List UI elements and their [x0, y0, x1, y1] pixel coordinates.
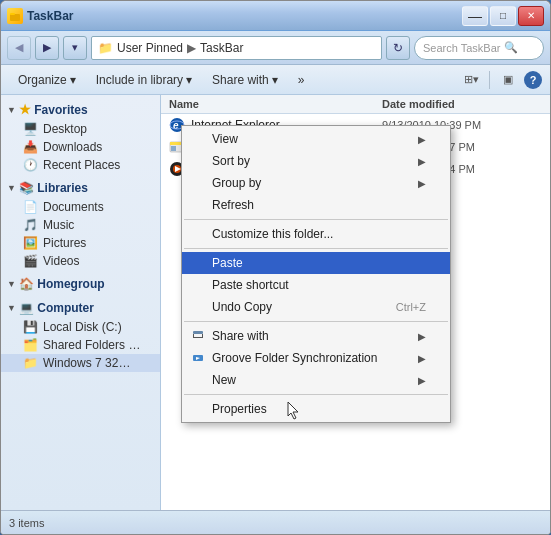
ctx-groove-arrow-icon: ▶ — [418, 353, 426, 364]
libraries-header[interactable]: ▼ 📚 Libraries — [1, 178, 160, 198]
libraries-section: ▼ 📚 Libraries 📄 Documents 🎵 Music 🖼️ Pic… — [1, 178, 160, 270]
ctx-item-paste-shortcut[interactable]: Paste shortcut — [182, 274, 450, 296]
computer-chevron-icon: ▼ — [7, 303, 16, 313]
ctx-item-view[interactable]: View ▶ — [182, 128, 450, 150]
ctx-item-undo-copy[interactable]: Undo Copy Ctrl+Z — [182, 296, 450, 318]
toolbar-right: ⊞▾ ▣ ? — [459, 68, 542, 92]
computer-icon: 💻 — [19, 301, 34, 315]
ctx-item-properties[interactable]: Properties — [182, 398, 450, 420]
ctx-item-sort-by[interactable]: Sort by ▶ — [182, 150, 450, 172]
sidebar-downloads-label: Downloads — [43, 140, 102, 154]
favorites-header[interactable]: ▼ ★ Favorites — [1, 99, 160, 120]
ctx-undo-copy-label: Undo Copy — [212, 300, 272, 314]
music-icon: 🎵 — [23, 218, 38, 232]
homegroup-section: ▼ 🏠 Homegroup — [1, 274, 160, 294]
sidebar-item-recent-places[interactable]: 🕐 Recent Places — [1, 156, 160, 174]
favorites-chevron-icon: ▼ — [7, 105, 16, 115]
homegroup-label: Homegroup — [37, 277, 104, 291]
dropdown-button[interactable]: ▾ — [63, 36, 87, 60]
svg-rect-12 — [193, 334, 194, 338]
ctx-new-label: New — [212, 373, 236, 387]
sidebar-win7-label: Windows 7 32-bit Share — [43, 356, 133, 370]
search-icon: 🔍 — [504, 41, 518, 54]
search-box[interactable]: Search TaskBar 🔍 — [414, 36, 544, 60]
ctx-properties-label: Properties — [212, 402, 267, 416]
include-library-button[interactable]: Include in library ▾ — [87, 68, 201, 92]
ctx-group-label: Group by — [212, 176, 261, 190]
videos-icon: 🎬 — [23, 254, 38, 268]
context-menu: View ▶ Sort by ▶ Group by ▶ Refresh Cust… — [181, 125, 451, 423]
sidebar-item-desktop[interactable]: 🖥️ Desktop — [1, 120, 160, 138]
libraries-label: Libraries — [37, 181, 88, 195]
ctx-group-arrow-icon: ▶ — [418, 178, 426, 189]
sidebar-item-pictures[interactable]: 🖼️ Pictures — [1, 234, 160, 252]
organize-button[interactable]: Organize ▾ — [9, 68, 85, 92]
ctx-item-new[interactable]: New ▶ — [182, 369, 450, 391]
more-button[interactable]: » — [289, 68, 314, 92]
organize-label: Organize — [18, 73, 67, 87]
sidebar-desktop-label: Desktop — [43, 122, 87, 136]
minimize-button[interactable]: — — [462, 6, 488, 26]
include-library-chevron-icon: ▾ — [186, 73, 192, 87]
file-list: Name Date modified e Internet Explorer 9… — [161, 95, 550, 510]
win7-folder-icon: 📁 — [23, 356, 38, 370]
sidebar-item-documents[interactable]: 📄 Documents — [1, 198, 160, 216]
favorites-label: Favorites — [34, 103, 87, 117]
status-item-count: 3 items — [9, 517, 542, 529]
maximize-button[interactable]: □ — [490, 6, 516, 26]
ctx-paste-shortcut-label: Paste shortcut — [212, 278, 289, 292]
shared-folders-icon: 🗂️ — [23, 338, 38, 352]
sidebar-videos-label: Videos — [43, 254, 79, 268]
share-with-button[interactable]: Share with ▾ — [203, 68, 287, 92]
path-separator: ▶ — [187, 41, 196, 55]
sidebar-local-disk-label: Local Disk (C:) — [43, 320, 122, 334]
sidebar-item-win7-share[interactable]: 📁 Windows 7 32-bit Share — [1, 354, 160, 372]
ctx-paste-label: Paste — [212, 256, 243, 270]
computer-header[interactable]: ▼ 💻 Computer — [1, 298, 160, 318]
ctx-item-customize[interactable]: Customize this folder... — [182, 223, 450, 245]
close-button[interactable]: ✕ — [518, 6, 544, 26]
documents-icon: 📄 — [23, 200, 38, 214]
desktop-icon: 🖥️ — [23, 122, 38, 136]
back-button[interactable]: ◀ — [7, 36, 31, 60]
sidebar-music-label: Music — [43, 218, 74, 232]
window-icon — [7, 8, 23, 24]
help-button[interactable]: ? — [524, 71, 542, 89]
preview-pane-button[interactable]: ▣ — [496, 68, 520, 92]
column-name-header[interactable]: Name — [169, 98, 382, 110]
sidebar-item-videos[interactable]: 🎬 Videos — [1, 252, 160, 270]
ctx-item-paste[interactable]: Paste — [182, 252, 450, 274]
svg-rect-14 — [193, 331, 203, 334]
ctx-item-refresh[interactable]: Refresh — [182, 194, 450, 216]
share-icon — [190, 328, 206, 344]
sidebar-item-downloads[interactable]: 📥 Downloads — [1, 138, 160, 156]
explorer-window: TaskBar — □ ✕ ◀ ▶ ▾ 📁 User Pinned ▶ Task… — [0, 0, 551, 535]
sidebar-item-music[interactable]: 🎵 Music — [1, 216, 160, 234]
ctx-item-groove[interactable]: Groove Folder Synchronization ▶ — [182, 347, 450, 369]
local-disk-icon: 💾 — [23, 320, 38, 334]
ctx-item-group-by[interactable]: Group by ▶ — [182, 172, 450, 194]
homegroup-header[interactable]: ▼ 🏠 Homegroup — [1, 274, 160, 294]
sidebar-item-local-disk[interactable]: 💾 Local Disk (C:) — [1, 318, 160, 336]
content-area: ▼ ★ Favorites 🖥️ Desktop 📥 Downloads 🕐 R… — [1, 95, 550, 510]
title-bar-left: TaskBar — [7, 8, 73, 24]
groove-icon — [190, 350, 206, 366]
address-path[interactable]: 📁 User Pinned ▶ TaskBar — [91, 36, 382, 60]
sidebar-documents-label: Documents — [43, 200, 104, 214]
ctx-item-share-with[interactable]: Share with ▶ — [182, 325, 450, 347]
share-with-label: Share with — [212, 73, 269, 87]
sidebar-item-shared-folders[interactable]: 🗂️ Shared Folders (\\vmware — [1, 336, 160, 354]
libraries-chevron-icon: ▼ — [7, 183, 16, 193]
refresh-button[interactable]: ↻ — [386, 36, 410, 60]
ctx-separator-3 — [184, 321, 448, 322]
view-options-button[interactable]: ⊞▾ — [459, 68, 483, 92]
ctx-separator-4 — [184, 394, 448, 395]
favorites-star-icon: ★ — [19, 102, 31, 117]
homegroup-icon: 🏠 — [19, 277, 34, 291]
svg-rect-7 — [171, 146, 176, 151]
column-date-header[interactable]: Date modified — [382, 98, 542, 110]
pictures-icon: 🖼️ — [23, 236, 38, 250]
file-list-header: Name Date modified — [161, 95, 550, 114]
address-bar: ◀ ▶ ▾ 📁 User Pinned ▶ TaskBar ↻ Search T… — [1, 31, 550, 65]
forward-button[interactable]: ▶ — [35, 36, 59, 60]
